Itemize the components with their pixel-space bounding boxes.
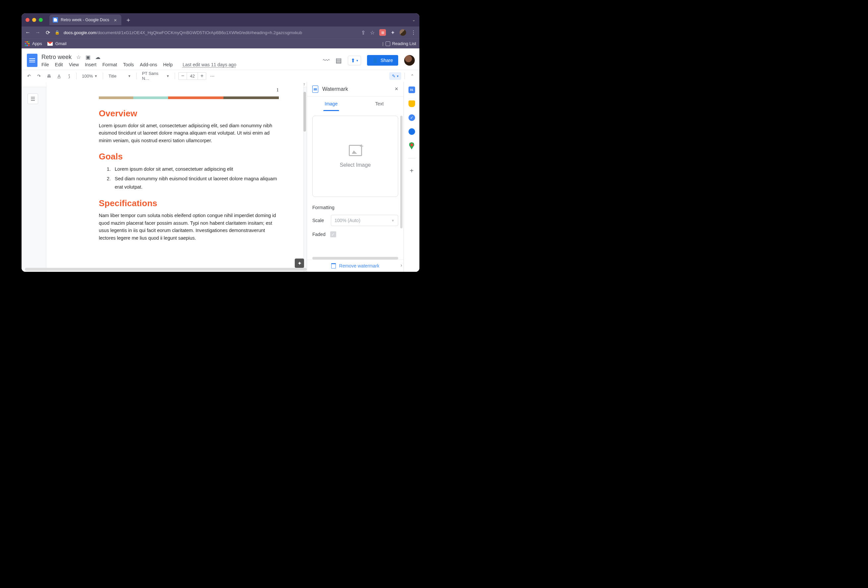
font-size-increase[interactable]: + xyxy=(198,73,206,79)
style-select[interactable]: Title▼ xyxy=(106,72,133,80)
scale-select[interactable]: 100% (Auto) ▼ xyxy=(331,215,398,226)
pencil-icon: ✎ xyxy=(392,74,396,78)
menu-insert[interactable]: Insert xyxy=(85,62,96,67)
faded-label: Faded xyxy=(312,232,326,237)
side-panel: + xyxy=(403,82,419,272)
menu-help[interactable]: Help xyxy=(163,62,173,67)
document-outline-button[interactable]: ☰ xyxy=(28,93,38,104)
redo-button[interactable]: ↷ xyxy=(35,72,43,80)
decorative-color-bar xyxy=(99,96,279,99)
reading-list-button[interactable]: | Reading List xyxy=(382,41,416,46)
zoom-select[interactable]: 100%▼ xyxy=(80,72,99,80)
new-tab-button[interactable]: ＋ xyxy=(125,16,131,24)
window-controls[interactable] xyxy=(25,18,43,22)
url-display[interactable]: docs.google.com/document/d/1xG1zOE4X_HgQ… xyxy=(63,30,302,35)
menu-addons[interactable]: Add-ons xyxy=(140,62,157,67)
document-canvas[interactable]: ◄ 21▼12345678910111213141516◄ 17 ☰ 1 Ove… xyxy=(22,82,307,272)
comments-icon[interactable]: ▤ xyxy=(335,56,342,64)
add-image-icon xyxy=(349,145,362,156)
panel-collapse-icon[interactable]: › xyxy=(400,262,402,268)
panel-horizontal-scrollbar[interactable] xyxy=(312,257,398,259)
calendar-icon[interactable] xyxy=(409,87,415,93)
close-window-icon[interactable] xyxy=(25,18,30,22)
editing-mode-button[interactable]: ✎▾ xyxy=(389,72,401,80)
panel-close-button[interactable]: × xyxy=(394,85,398,93)
menu-file[interactable]: File xyxy=(41,62,49,67)
goals-list[interactable]: Lorem ipsum dolor sit amet, consectetuer… xyxy=(99,165,279,191)
panel-vertical-scrollbar[interactable] xyxy=(400,116,403,228)
keep-icon[interactable] xyxy=(409,100,415,107)
browser-tab[interactable]: Retro week - Google Docs × xyxy=(49,15,121,25)
menu-format[interactable]: Format xyxy=(102,62,117,67)
reload-button[interactable]: ⟳ xyxy=(45,29,51,36)
font-select[interactable]: PT Sans N…▼ xyxy=(140,69,171,82)
tab-close-icon[interactable]: × xyxy=(114,17,117,23)
heading-overview[interactable]: Overview xyxy=(99,108,279,119)
scale-label: Scale xyxy=(312,218,326,223)
add-addon-button[interactable]: + xyxy=(410,167,414,175)
docs-header: Retro week ☆ ▣ ☁ File Edit View Insert F… xyxy=(22,49,419,69)
tasks-icon[interactable] xyxy=(409,114,415,121)
tab-image[interactable]: Image xyxy=(307,96,356,111)
remove-watermark-button[interactable]: Remove watermark › xyxy=(307,259,403,272)
reading-list-icon xyxy=(385,41,390,46)
overview-body[interactable]: Lorem ipsum dolor sit amet, consectetuer… xyxy=(99,122,279,144)
back-button[interactable]: ← xyxy=(25,29,31,35)
browser-titlebar: Retro week - Google Docs × ＋ ⌄ xyxy=(22,13,419,27)
extensions-icon[interactable]: ✦ xyxy=(391,29,395,36)
vertical-scrollbar[interactable] xyxy=(303,92,306,131)
print-button[interactable]: 🖶 xyxy=(45,72,53,80)
activity-icon[interactable]: 〰 xyxy=(323,57,329,64)
explore-icon: ✦ xyxy=(297,260,302,267)
last-edit-link[interactable]: Last edit was 11 days ago xyxy=(183,62,236,67)
faded-checkbox[interactable]: ✓ xyxy=(330,231,336,237)
maps-icon[interactable] xyxy=(409,142,415,149)
more-toolbar-button[interactable]: ⋯ xyxy=(208,72,217,80)
tabs-menu-icon[interactable]: ⌄ xyxy=(412,18,415,22)
bookmark-star-icon[interactable]: ☆ xyxy=(370,29,375,36)
specifications-body[interactable]: Nam liber tempor cum soluta nobis eleife… xyxy=(99,212,279,242)
document-page[interactable]: 1 Overview Lorem ipsum dolor sit amet, c… xyxy=(46,82,303,272)
apps-bookmark[interactable]: Apps xyxy=(25,41,42,46)
explore-button[interactable]: ✦ xyxy=(295,259,304,268)
list-item[interactable]: Lorem ipsum dolor sit amet, consectetuer… xyxy=(112,165,279,173)
account-avatar[interactable] xyxy=(404,55,415,66)
menu-bar: File Edit View Insert Format Tools Add-o… xyxy=(41,62,236,67)
browser-profile-icon[interactable] xyxy=(400,29,406,36)
apps-grid-icon xyxy=(25,41,30,46)
contacts-icon[interactable] xyxy=(409,128,415,135)
docs-logo-icon[interactable] xyxy=(26,52,38,68)
heading-goals[interactable]: Goals xyxy=(99,152,279,162)
star-icon[interactable]: ☆ xyxy=(76,54,81,60)
maximize-window-icon[interactable] xyxy=(39,18,43,22)
translate-icon[interactable]: ⊞ xyxy=(379,29,386,36)
tab-title: Retro week - Google Docs xyxy=(61,18,109,22)
select-image-label: Select Image xyxy=(340,162,371,168)
spellcheck-button[interactable]: A xyxy=(55,72,63,80)
font-size-input[interactable]: 42 xyxy=(187,72,198,80)
gmail-bookmark[interactable]: Gmail xyxy=(47,41,66,46)
cloud-status-icon[interactable]: ☁ xyxy=(95,54,100,60)
font-size-decrease[interactable]: − xyxy=(179,73,187,79)
share-button[interactable]: 👤 Share xyxy=(367,55,398,66)
browser-menu-icon[interactable]: ⋮ xyxy=(411,29,416,36)
menu-edit[interactable]: Edit xyxy=(55,62,63,67)
share-person-icon: 👤 xyxy=(372,57,378,63)
document-title[interactable]: Retro week xyxy=(41,54,72,60)
list-item[interactable]: Sed diam nonummy nibh euismod tincidunt … xyxy=(112,175,279,191)
share-page-icon[interactable]: ⇪ xyxy=(361,29,365,36)
paint-format-button[interactable]: ⟆ xyxy=(65,72,73,80)
move-icon[interactable]: ▣ xyxy=(86,54,90,60)
canvas-horizontal-scrollbar[interactable] xyxy=(25,268,307,271)
heading-specifications[interactable]: Specifications xyxy=(99,198,279,208)
lock-icon[interactable]: 🔒 xyxy=(55,30,60,35)
menu-tools[interactable]: Tools xyxy=(123,62,134,67)
collapse-toolbar-button[interactable]: ⌃ xyxy=(408,72,416,80)
select-image-dropzone[interactable]: Select Image xyxy=(312,116,398,197)
menu-view[interactable]: View xyxy=(69,62,79,67)
minimize-window-icon[interactable] xyxy=(32,18,36,22)
undo-button[interactable]: ↶ xyxy=(25,72,33,80)
present-button[interactable]: ⬆ ▾ xyxy=(348,56,361,65)
tab-text[interactable]: Text xyxy=(356,96,404,111)
forward-button[interactable]: → xyxy=(35,29,41,35)
